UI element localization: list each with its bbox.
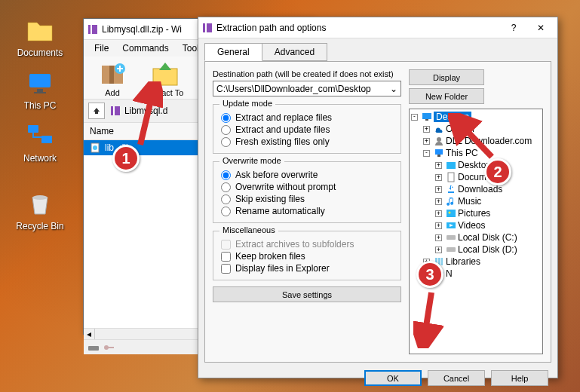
toolbar-add-button[interactable]: Add xyxy=(91,61,133,97)
svg-rect-33 xyxy=(447,247,456,252)
radio-ask-before[interactable]: Ask before overwrite xyxy=(221,170,393,180)
check-display-explorer[interactable]: Display files in Explorer xyxy=(221,263,393,274)
svg-rect-36 xyxy=(441,258,443,265)
radio-extract-replace[interactable]: Extract and replace files xyxy=(221,112,393,123)
svg-rect-6 xyxy=(88,25,97,34)
annotation-1: 1 xyxy=(112,145,140,172)
extraction-dialog: Extraction path and options ? ✕ General … xyxy=(198,17,558,378)
cancel-button[interactable]: Cancel xyxy=(428,370,485,386)
desktop-icon-documents[interactable]: Documents xyxy=(14,15,66,58)
svg-rect-21 xyxy=(422,113,431,119)
menu-commands[interactable]: Commands xyxy=(116,41,174,55)
desktop-icon-network[interactable]: Network xyxy=(14,121,66,164)
svg-rect-22 xyxy=(425,119,428,121)
tree-node-videos[interactable]: +Videos xyxy=(411,219,541,231)
svg-rect-28 xyxy=(448,191,454,193)
radio-rename-auto[interactable]: Rename automatically xyxy=(221,206,393,216)
pc-icon xyxy=(25,68,55,98)
destination-path-combo[interactable]: C:\Users\DllDownloader_com\Desktop ⌄ xyxy=(213,81,401,96)
add-icon xyxy=(97,61,127,87)
display-button[interactable]: Display xyxy=(409,69,484,85)
tree-node-downloads[interactable]: +Downloads xyxy=(411,183,541,195)
radio-skip-existing[interactable]: Skip existing files xyxy=(221,194,393,204)
svg-rect-2 xyxy=(34,92,46,93)
svg-rect-20 xyxy=(205,23,207,32)
svg-point-15 xyxy=(93,145,97,150)
svg-rect-25 xyxy=(437,155,440,157)
up-button[interactable] xyxy=(88,103,105,119)
close-button[interactable]: ✕ xyxy=(527,19,554,37)
svg-rect-0 xyxy=(29,74,51,87)
update-mode-group: Update mode Extract and replace files Ex… xyxy=(213,104,401,154)
menu-file[interactable]: File xyxy=(88,41,115,55)
misc-group: Miscellaneous Extract archives to subfol… xyxy=(213,231,401,280)
winrar-icon xyxy=(201,22,213,34)
save-settings-button[interactable]: Save settings xyxy=(213,286,401,302)
ok-button[interactable]: OK xyxy=(364,370,422,386)
tab-strip: General Advanced xyxy=(198,38,557,61)
radio-fresh-existing[interactable]: Fresh existing files only xyxy=(221,136,393,147)
svg-rect-16 xyxy=(88,346,99,351)
tree-node-pictures[interactable]: +Pictures xyxy=(411,207,541,219)
svg-rect-3 xyxy=(28,125,38,133)
svg-rect-13 xyxy=(113,106,115,115)
annotation-2: 2 xyxy=(484,158,511,185)
winrar-icon xyxy=(87,23,99,35)
tree-node-music[interactable]: +Music xyxy=(411,195,541,207)
key-icon xyxy=(103,343,115,352)
chevron-down-icon: ⌄ xyxy=(390,84,397,94)
dialog-title: Extraction path and options xyxy=(216,23,500,33)
svg-rect-32 xyxy=(447,235,456,240)
desktop-icon-this-pc[interactable]: This PC xyxy=(14,68,66,111)
check-keep-broken[interactable]: Keep broken files xyxy=(221,251,393,262)
dialog-titlebar[interactable]: Extraction path and options ? ✕ xyxy=(198,17,557,38)
help-button[interactable]: Help xyxy=(491,370,548,386)
svg-point-5 xyxy=(32,195,48,200)
svg-rect-24 xyxy=(435,149,443,155)
svg-rect-12 xyxy=(111,106,120,115)
folder-icon xyxy=(25,15,55,45)
annotation-3: 3 xyxy=(416,261,443,288)
desktop-icon-recycle-bin[interactable]: Recycle Bin xyxy=(14,188,66,231)
tab-general[interactable]: General xyxy=(204,43,262,61)
tree-node-local-disk-c-[interactable]: +Local Disk (C:) xyxy=(411,231,541,243)
svg-rect-19 xyxy=(203,23,212,32)
new-folder-button[interactable]: New Folder xyxy=(409,88,484,104)
tab-advanced[interactable]: Advanced xyxy=(262,43,327,61)
destination-label: Destination path (will be created if doe… xyxy=(213,69,401,78)
help-button[interactable]: ? xyxy=(500,19,527,37)
check-subfolders[interactable]: Extract archives to subfolders xyxy=(221,239,393,250)
disk-icon xyxy=(88,343,100,352)
dialog-button-row: OK Cancel Help xyxy=(198,363,557,392)
svg-point-30 xyxy=(449,212,451,214)
svg-rect-7 xyxy=(91,25,92,34)
svg-rect-29 xyxy=(447,210,456,217)
svg-rect-1 xyxy=(37,89,43,92)
svg-point-23 xyxy=(437,137,441,142)
svg-rect-27 xyxy=(448,173,454,182)
radio-extract-update[interactable]: Extract and update files xyxy=(221,124,393,135)
svg-rect-9 xyxy=(109,66,114,84)
overwrite-mode-group: Overwrite mode Ask before overwrite Over… xyxy=(213,161,401,223)
radio-overwrite-no-prompt[interactable]: Overwrite without prompt xyxy=(221,182,393,192)
tree-node-document[interactable]: +Document xyxy=(411,171,541,183)
svg-rect-18 xyxy=(108,347,114,348)
tree-node-local-disk-d-[interactable]: +Local Disk (D:) xyxy=(411,243,541,256)
network-icon xyxy=(25,121,55,151)
recycle-bin-icon xyxy=(25,188,55,219)
